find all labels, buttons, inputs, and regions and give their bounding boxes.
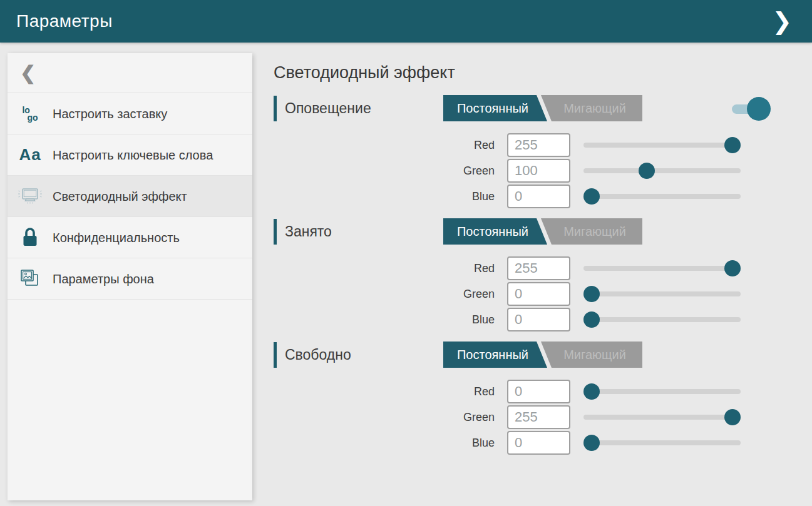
red-label: Red bbox=[274, 262, 495, 275]
blue-row: Blue bbox=[274, 185, 812, 208]
mode-option-constant-label: Постоянный bbox=[443, 95, 542, 121]
section-accent-bar bbox=[274, 219, 277, 245]
slider-thumb[interactable] bbox=[724, 137, 741, 153]
settings-app: Параметры ❯ ❮ lo go Настроить заставку A… bbox=[0, 0, 812, 506]
blue-label: Blue bbox=[274, 313, 495, 326]
led-screen-icon bbox=[8, 185, 53, 208]
main-content: Светодиодный эффект Оповещение Постоянны… bbox=[274, 53, 812, 465]
slider-track bbox=[583, 194, 741, 199]
blue-value-input[interactable] bbox=[507, 431, 570, 455]
sidebar-item-label: Светодиодный эффект bbox=[53, 188, 187, 205]
mode-option-blinking-label: Мигающий bbox=[547, 218, 642, 245]
back-chevron-icon: ❮ bbox=[20, 64, 36, 83]
sidebar-item-label: Параметры фона bbox=[53, 271, 154, 287]
blue-slider[interactable] bbox=[583, 434, 741, 452]
main-title: Светодиодный эффект bbox=[274, 63, 812, 83]
led-section-busy: Занято Постоянный Мигающий Red bbox=[274, 218, 812, 331]
mode-toggle: Постоянный Мигающий bbox=[443, 342, 642, 368]
sidebar-item-screensaver[interactable]: lo go Настроить заставку bbox=[8, 93, 252, 134]
forward-chevron-icon[interactable]: ❯ bbox=[768, 7, 796, 36]
led-enable-switch[interactable] bbox=[732, 96, 771, 121]
section-accent-bar bbox=[274, 342, 277, 368]
red-slider[interactable] bbox=[583, 136, 741, 154]
slider-thumb[interactable] bbox=[583, 311, 600, 328]
red-label: Red bbox=[274, 385, 495, 398]
green-label: Green bbox=[274, 164, 495, 178]
red-value-input[interactable] bbox=[507, 256, 570, 280]
background-image-icon bbox=[8, 268, 53, 290]
green-slider[interactable] bbox=[583, 162, 741, 180]
mode-option-constant-label: Постоянный bbox=[443, 218, 542, 245]
mode-toggle: Постоянный Мигающий bbox=[443, 218, 642, 245]
blue-label: Blue bbox=[274, 437, 495, 450]
slider-thumb[interactable] bbox=[583, 188, 600, 205]
led-section-free: Свободно Постоянный Мигающий Red bbox=[274, 342, 812, 455]
green-value-input[interactable] bbox=[507, 405, 570, 429]
slider-track bbox=[583, 317, 741, 322]
section-title: Оповещение bbox=[285, 100, 371, 117]
green-value-input[interactable] bbox=[507, 282, 570, 306]
mode-option-blinking-label: Мигающий bbox=[547, 95, 642, 121]
slider-track bbox=[583, 440, 741, 445]
sidebar-back-button[interactable]: ❮ bbox=[8, 53, 252, 93]
green-row: Green bbox=[274, 282, 812, 306]
top-header-bar: Параметры ❯ bbox=[0, 0, 812, 43]
sidebar-item-label: Конфиденциальность bbox=[53, 230, 180, 246]
green-row: Green bbox=[274, 405, 812, 429]
blue-slider[interactable] bbox=[583, 188, 741, 205]
section-title: Занято bbox=[285, 223, 332, 240]
slider-track bbox=[583, 143, 741, 148]
slider-thumb[interactable] bbox=[724, 409, 741, 425]
section-accent-bar bbox=[274, 96, 277, 121]
switch-thumb bbox=[747, 97, 771, 121]
sidebar-item-privacy[interactable]: Конфиденциальность bbox=[8, 217, 252, 258]
lock-icon bbox=[8, 226, 53, 249]
sidebar-item-background[interactable]: Параметры фона bbox=[8, 258, 252, 300]
blue-row: Blue bbox=[274, 308, 812, 331]
green-slider[interactable] bbox=[583, 408, 741, 426]
slider-track bbox=[583, 389, 741, 394]
sidebar-item-label: Настроить ключевые слова bbox=[53, 147, 213, 163]
mode-toggle: Постоянный Мигающий bbox=[443, 95, 642, 121]
green-slider[interactable] bbox=[583, 285, 741, 303]
red-slider[interactable] bbox=[583, 260, 741, 277]
red-row: Red bbox=[274, 133, 812, 157]
logo-icon: lo go bbox=[8, 106, 53, 121]
green-row: Green bbox=[274, 159, 812, 183]
sidebar-item-keywords[interactable]: Aa Настроить ключевые слова bbox=[8, 134, 252, 176]
slider-thumb[interactable] bbox=[583, 383, 600, 400]
mode-option-blinking-label: Мигающий bbox=[547, 342, 642, 368]
slider-track bbox=[583, 168, 741, 173]
red-row: Red bbox=[274, 380, 812, 403]
blue-value-input[interactable] bbox=[507, 185, 570, 208]
red-label: Red bbox=[274, 139, 495, 152]
slider-thumb[interactable] bbox=[583, 286, 600, 302]
red-value-input[interactable] bbox=[507, 380, 570, 403]
blue-label: Blue bbox=[274, 190, 495, 203]
sidebar-item-led-effect[interactable]: Светодиодный эффект bbox=[8, 176, 252, 217]
green-value-input[interactable] bbox=[507, 159, 570, 183]
slider-thumb[interactable] bbox=[724, 260, 741, 276]
blue-slider[interactable] bbox=[583, 311, 741, 328]
slider-thumb[interactable] bbox=[639, 163, 655, 179]
slider-track bbox=[583, 266, 741, 271]
mode-option-constant-label: Постоянный bbox=[443, 342, 542, 368]
red-value-input[interactable] bbox=[507, 133, 570, 157]
slider-thumb[interactable] bbox=[583, 435, 600, 451]
keywords-icon: Aa bbox=[8, 145, 53, 164]
sidebar: ❮ lo go Настроить заставку Aa Настроить … bbox=[8, 53, 252, 500]
red-row: Red bbox=[274, 256, 812, 280]
slider-track bbox=[583, 415, 741, 420]
slider-track bbox=[583, 291, 741, 296]
blue-row: Blue bbox=[274, 431, 812, 455]
page-title: Параметры bbox=[16, 11, 768, 31]
sidebar-item-label: Настроить заставку bbox=[53, 106, 167, 122]
section-title: Свободно bbox=[285, 347, 351, 363]
red-slider[interactable] bbox=[583, 383, 741, 400]
led-section-notification: Оповещение Постоянный Мигающий Red bbox=[274, 95, 812, 208]
green-label: Green bbox=[274, 411, 495, 424]
blue-value-input[interactable] bbox=[507, 308, 570, 331]
green-label: Green bbox=[274, 288, 495, 301]
